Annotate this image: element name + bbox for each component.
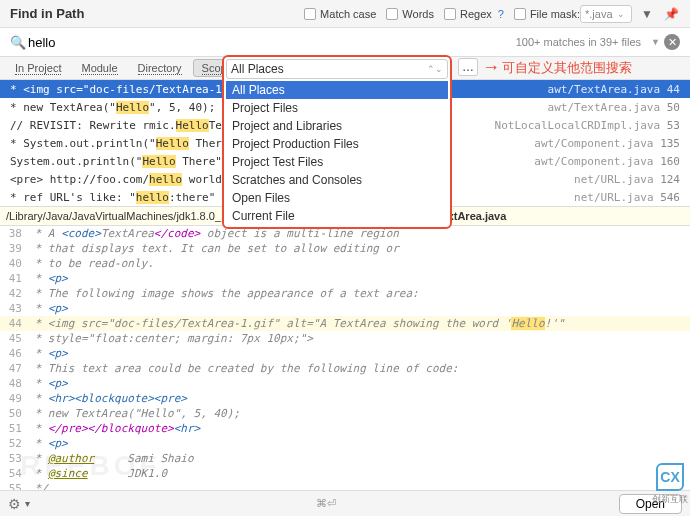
scope-option[interactable]: Project Test Files	[226, 153, 448, 171]
scope-select[interactable]: All Places ⌃⌄	[226, 59, 448, 79]
scope-option[interactable]: Project and Libraries	[226, 117, 448, 135]
filemask-select[interactable]: *.java⌄	[580, 5, 632, 23]
scope-option[interactable]: Project Production Files	[226, 135, 448, 153]
code-line: 43 * <p>	[0, 301, 690, 316]
more-scopes-button[interactable]: …	[458, 58, 478, 76]
brand-logo: CX 创新互联	[652, 463, 688, 506]
filter-icon[interactable]: ▼	[638, 5, 656, 23]
code-line: 39 * that displays text. It can be set t…	[0, 241, 690, 256]
watermark: REEBOF	[20, 450, 161, 482]
regex-option[interactable]: Regex?	[444, 8, 504, 20]
search-row: 🔍 100+ matches in 39+ files ▼ ✕	[0, 28, 690, 56]
code-line: 44 * <img src="doc-files/TextArea-1.gif"…	[0, 316, 690, 331]
annotation: →可自定义其他范围搜索	[482, 57, 632, 78]
code-line: 48 * <p>	[0, 376, 690, 391]
code-line: 40 * to be read-only.	[0, 256, 690, 271]
tab-directory[interactable]: Directory	[129, 59, 191, 77]
search-input[interactable]	[26, 33, 516, 52]
words-option[interactable]: Words	[386, 8, 434, 20]
tab-in-project[interactable]: In Project	[6, 59, 70, 77]
arrow-right-icon: →	[482, 57, 500, 78]
match-stats: 100+ matches in 39+ files	[516, 36, 641, 48]
code-line: 47 * This text area could be created by …	[0, 361, 690, 376]
checkbox-icon	[386, 8, 398, 20]
code-line: 51 * </pre></blockquote><hr>	[0, 421, 690, 436]
hint-icon: ▾	[25, 498, 39, 509]
chevron-up-down-icon: ⌃⌄	[427, 64, 443, 74]
code-line: 41 * <p>	[0, 271, 690, 286]
footer: ⚙ ▾ ⌘⏎ Open	[0, 490, 690, 516]
tab-module[interactable]: Module	[72, 59, 126, 77]
code-line: 42 * The following image shows the appea…	[0, 286, 690, 301]
close-icon[interactable]: ✕	[664, 34, 680, 50]
code-line: 49 * <hr><blockquote><pre>	[0, 391, 690, 406]
scope-option[interactable]: Current File	[226, 207, 448, 225]
dialog-header: Find in Path Match case Words Regex? Fil…	[0, 0, 690, 28]
checkbox-icon	[304, 8, 316, 20]
scope-option[interactable]: Open Files	[226, 189, 448, 207]
code-line: 46 * <p>	[0, 346, 690, 361]
match-case-option[interactable]: Match case	[304, 8, 376, 20]
filemask-option[interactable]: File mask:	[514, 8, 580, 20]
scope-option[interactable]: Project Files	[226, 99, 448, 117]
scope-option[interactable]: All Places	[226, 81, 448, 99]
search-icon: 🔍	[10, 35, 26, 50]
scope-option[interactable]: Scratches and Consoles	[226, 171, 448, 189]
dialog-title: Find in Path	[10, 6, 294, 21]
shortcut-hint: ⌘⏎	[316, 497, 336, 510]
chevron-down-icon: ⌄	[617, 9, 625, 19]
code-line: 50 * new TextArea("Hello", 5, 40);	[0, 406, 690, 421]
code-line: 52 * <p>	[0, 436, 690, 451]
scope-dropdown: All Places ⌃⌄ All PlacesProject FilesPro…	[222, 55, 452, 229]
help-icon[interactable]: ?	[498, 8, 504, 20]
chevron-down-icon[interactable]: ▼	[651, 37, 660, 47]
checkbox-icon	[514, 8, 526, 20]
gear-icon[interactable]: ⚙	[8, 496, 21, 512]
checkbox-icon	[444, 8, 456, 20]
code-line: 45 * style="float:center; margin: 7px 10…	[0, 331, 690, 346]
pin-icon[interactable]: 📌	[662, 5, 680, 23]
